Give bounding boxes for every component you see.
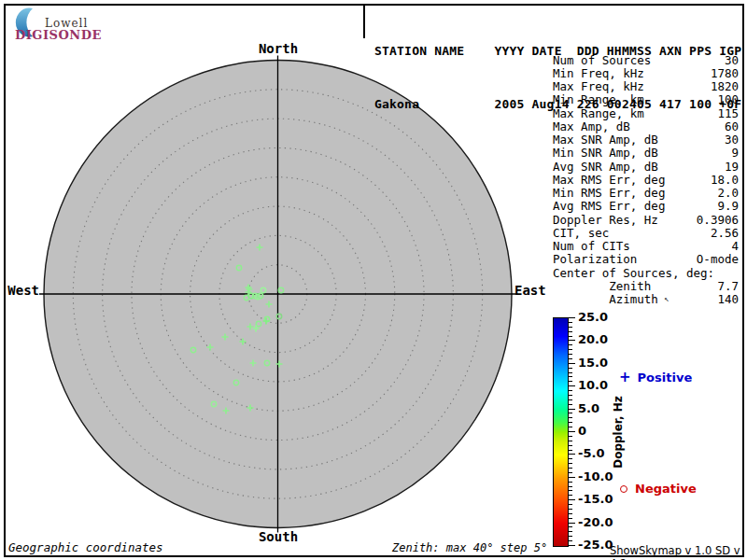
stats-label: Zenith	[553, 279, 651, 293]
stats-label: Max Freq, kHz	[553, 79, 644, 93]
colorbar-title: Doppler, Hz	[612, 385, 625, 479]
colorbar-tick	[569, 445, 572, 446]
colorbar-tick	[569, 450, 572, 451]
doppler-colorbar	[553, 317, 569, 547]
colorbar-tick	[569, 504, 572, 505]
stats-value: 2.0	[717, 186, 739, 200]
header-divider	[363, 6, 365, 38]
colorbar-tick	[569, 417, 572, 418]
stats-label: Min Range, km	[553, 92, 644, 106]
stats-row: Num of CITs4	[553, 240, 739, 253]
stats-label: CIT, sec	[553, 226, 609, 240]
colorbar-tick	[569, 526, 572, 527]
stats-row: PolarizationO-mode	[553, 253, 739, 266]
colorbar-tick	[569, 499, 575, 500]
stats-row: Zenith7.7	[553, 279, 739, 292]
colorbar-tick	[569, 358, 572, 359]
colorbar-tick	[569, 545, 575, 546]
colorbar-tick-label: 25.0	[578, 310, 608, 324]
colorbar-tick	[569, 344, 572, 345]
stats-label: Avg SNR Amp, dB	[553, 160, 658, 174]
colorbar-tick	[569, 395, 572, 396]
compass-label-north: North	[252, 41, 304, 56]
colorbar-tick-label: 10.0	[578, 378, 608, 392]
stats-label: Min RMS Err, deg	[553, 186, 665, 200]
stats-label: Min SNR Amp, dB	[553, 146, 658, 160]
colorbar-tick-label: -10.0	[578, 469, 613, 483]
stats-label: Max SNR Amp, dB	[553, 133, 658, 147]
stats-value: 30	[725, 133, 739, 147]
colorbar-tick	[569, 513, 572, 514]
stats-value: 18.0	[711, 173, 739, 187]
colorbar-tick	[569, 409, 575, 410]
colorbar-tick	[569, 436, 572, 437]
coordinates-mode-label: Geographic coordinates	[8, 540, 163, 554]
stats-label: Avg RMS Err, deg	[553, 199, 665, 213]
plus-marker-icon: +	[619, 369, 631, 385]
colorbar-tick-label: -25.0	[578, 538, 613, 552]
stats-label: Max Amp, dB	[553, 119, 630, 133]
colorbar-tick	[569, 540, 572, 541]
colorbar-tick	[569, 427, 572, 427]
colorbar-tick	[569, 531, 572, 532]
colorbar-tick	[569, 441, 572, 441]
stats-label: Max RMS Err, deg	[553, 173, 665, 187]
colorbar-tick	[569, 368, 572, 369]
stats-value: 1780	[711, 66, 739, 80]
colorbar-tick-label: -15.0	[578, 492, 613, 506]
stats-value: 9	[731, 146, 739, 160]
stats-value: 30	[725, 53, 739, 67]
stats-value: 19	[725, 160, 739, 174]
stats-label: Azimuth	[553, 292, 658, 306]
colorbar-tick	[569, 390, 572, 391]
colorbar-tick	[569, 468, 572, 469]
colorbar-tick	[569, 327, 572, 328]
colorbar-tick	[569, 322, 572, 323]
stats-value: 9.9	[717, 199, 739, 213]
stats-label: Polarization	[553, 252, 637, 266]
stats-value: 4	[731, 239, 739, 253]
colorbar-tick	[569, 349, 572, 350]
colorbar-tick	[569, 518, 572, 519]
azimuth-arrow-icon: ↖	[664, 295, 669, 303]
stats-value: 1820	[711, 79, 739, 93]
stats-row: Avg RMS Err, deg9.9	[553, 200, 739, 213]
stats-value: O-mode	[697, 252, 739, 266]
colorbar-tick-label: 15.0	[578, 356, 608, 370]
stats-label: Max Range, km	[553, 106, 644, 120]
version-label: ShowSkymap v 1.0 SD v 4.2	[610, 544, 747, 560]
colorbar-tick-label: 0	[578, 424, 586, 438]
colorbar-tick	[569, 431, 575, 432]
circle-marker-icon	[620, 485, 627, 493]
stats-row: Min SNR Amp, dB9	[553, 147, 739, 160]
colorbar-tick	[569, 381, 572, 382]
colorbar-tick	[569, 317, 575, 318]
colorbar-tick	[569, 477, 575, 478]
stats-row: Min RMS Err, deg2.0	[553, 187, 739, 200]
colorbar-tick	[569, 331, 572, 332]
legend-positive: + Positive	[619, 369, 692, 385]
stats-value: 60	[725, 119, 739, 133]
colorbar-tick-label: -5.0	[578, 446, 604, 460]
stats-row: Max Range, km115	[553, 106, 739, 119]
colorbar-tick	[569, 472, 572, 473]
colorbar-tick	[569, 376, 572, 377]
stats-value: 100	[717, 92, 739, 106]
colorbar-tick	[569, 399, 572, 400]
stats-value: 140	[717, 292, 739, 306]
legend-negative: Negative	[620, 482, 697, 496]
stats-row: Azimuth↖140	[553, 293, 739, 306]
stats-label: Doppler Res, Hz	[553, 213, 658, 227]
showskymap-window: Lowell DIGISONDE STATION NAME YYYY DATE …	[0, 0, 747, 560]
stats-row: Min Range, km100	[553, 93, 739, 106]
stats-row: Max SNR Amp, dB30	[553, 133, 739, 147]
colorbar-tick-label: -20.0	[578, 515, 613, 529]
colorbar-tick	[569, 422, 572, 423]
stats-row: Doppler Res, Hz0.3906	[553, 213, 739, 226]
colorbar-tick	[569, 486, 572, 487]
colorbar-tick	[569, 536, 572, 537]
colorbar-tick	[569, 336, 572, 337]
stats-row: CIT, sec2.56	[553, 226, 739, 239]
colorbar-tick	[569, 509, 572, 510]
colorbar-tick-labels: 25.020.015.010.05.00-5.0-10.0-15.0-20.0-…	[578, 317, 615, 547]
